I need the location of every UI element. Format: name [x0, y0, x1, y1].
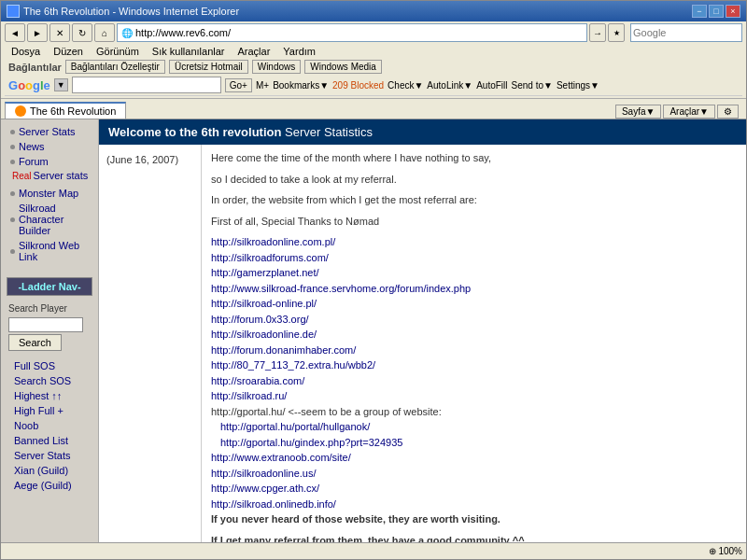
tab-label: The 6th Revolution	[30, 105, 116, 117]
link-windows-media[interactable]: Windows Media	[304, 60, 382, 74]
maximize-button[interactable]: □	[709, 5, 724, 18]
ref-link-16[interactable]: http://www.cpger.ath.cx/	[211, 481, 737, 497]
stop-button[interactable]: ✕	[49, 23, 70, 42]
google-extras: M+ Bookmarks▼ 209 Blocked Check▼ AutoLin…	[256, 80, 739, 91]
ref-link-13[interactable]: http://gportal.hu/gindex.php?prt=324935	[211, 435, 737, 451]
google-go-button[interactable]: Go+	[225, 78, 252, 92]
close-button[interactable]: ×	[726, 5, 740, 18]
tab-bar: The 6th Revolution Sayfa▼ Araçlar▼ ⚙	[1, 99, 746, 119]
menu-favorites[interactable]: Sık kullanılanlar	[149, 45, 228, 58]
sidebar-item-monster-map[interactable]: Monster Map	[1, 186, 98, 201]
sidebar-label-news: News	[19, 141, 45, 152]
google-blocked[interactable]: 209 Blocked	[332, 80, 384, 91]
toolbar-area: ◄ ► ✕ ↻ ⌂ 🌐 → ★ 🔍 Dosya Düzen Görünüm Sı…	[1, 21, 746, 99]
home-button[interactable]: ⌂	[94, 23, 115, 42]
footer-line2: If I get many referral from them, they h…	[211, 533, 737, 543]
google-autolink[interactable]: AutoLink▼	[427, 80, 472, 91]
favorites-star[interactable]: ★	[608, 23, 625, 42]
ref-link-7[interactable]: http://forum.donanimhaber.com/	[211, 343, 737, 358]
thanks-line: First of all, Special Thanks to Nømad	[211, 214, 737, 230]
refresh-button[interactable]: ↻	[72, 23, 92, 42]
sidebar-link-highfull[interactable]: High Full +	[1, 403, 98, 418]
ref-link-3[interactable]: http://www.silkroad-france.servhome.org/…	[211, 281, 737, 297]
tools-button[interactable]: Araçlar▼	[663, 105, 715, 119]
ref-link-8[interactable]: http://80_77_113_72.extra.hu/wbb2/	[211, 357, 737, 373]
google-sendto[interactable]: Send to▼	[512, 80, 553, 91]
menu-view[interactable]: Görünüm	[93, 45, 142, 58]
intro-line1: Here come the time of the month where I …	[211, 150, 737, 166]
google-settings[interactable]: Settings▼	[557, 80, 599, 91]
sidebar-link-noob[interactable]: Noob	[1, 418, 98, 433]
link-windows[interactable]: Windows	[252, 60, 302, 74]
sidebar-link-serverstats2[interactable]: Server Stats	[1, 448, 98, 463]
menu-bar: Dosya Düzen Görünüm Sık kullanılanlar Ar…	[5, 44, 742, 59]
ref-link-1[interactable]: http://silkroadforums.com/	[211, 250, 737, 266]
post-date: (June 16, 2007)	[106, 154, 178, 165]
google-dropdown[interactable]: ▼	[54, 78, 68, 91]
tab-6threvolution[interactable]: The 6th Revolution	[5, 102, 126, 119]
window-controls: − □ ×	[692, 5, 740, 18]
go-button[interactable]: →	[589, 23, 606, 42]
sidebar-link-aege[interactable]: Aege (Guild)	[1, 478, 98, 493]
ref-link-15[interactable]: http://silkroadonline.us/	[211, 466, 737, 482]
sidebar-link-highest[interactable]: Highest ↑↑	[1, 388, 98, 403]
ref-link-5[interactable]: http://forum.0x33.org/	[211, 312, 737, 328]
back-button[interactable]: ◄	[5, 23, 25, 42]
ref-link-11: http://gportal.hu/ <--seem to be a group…	[211, 404, 737, 420]
title-bar: The 6th Revolution - Windows Internet Ex…	[1, 1, 746, 21]
google-mail[interactable]: M+	[256, 80, 269, 91]
google-bookmarks[interactable]: Bookmarks▼	[273, 80, 329, 91]
search-box: 🔍	[630, 23, 742, 42]
ref-link-14[interactable]: http://www.extranoob.com/site/	[211, 450, 737, 466]
links-bar: Bağlantılar Bağlantıları Özelleştir Ücre…	[5, 59, 742, 75]
sidebar-search-label: Search Player	[1, 301, 98, 315]
sidebar-link-fullsos[interactable]: Full SOS	[1, 358, 98, 373]
menu-edit[interactable]: Düzen	[50, 45, 86, 58]
ref-link-12[interactable]: http://gportal.hu/portal/hullganok/	[211, 419, 737, 435]
ref-link-0[interactable]: http://silkroadonline.com.pl/	[211, 234, 737, 250]
sidebar-search-button[interactable]: Search	[8, 334, 62, 351]
link-hotmail[interactable]: Ücretsiz Hotmail	[169, 60, 248, 74]
search-input[interactable]	[633, 27, 747, 38]
intro-line2: so I decided to take a look at my referr…	[211, 172, 737, 188]
page-body: (June 16, 2007) Here come the time of th…	[99, 145, 746, 542]
menu-help[interactable]: Yardım	[280, 45, 318, 58]
sidebar-item-server-stats[interactable]: Server Stats	[1, 124, 98, 139]
nav-bar: ◄ ► ✕ ↻ ⌂ 🌐 → ★ 🔍	[5, 23, 742, 42]
ref-link-10[interactable]: http://silkroad.ru/	[211, 388, 737, 404]
dot-icon	[10, 191, 15, 196]
address-input[interactable]	[135, 27, 583, 38]
sidebar-item-character-builder[interactable]: Silkroad Character Builder	[1, 201, 98, 238]
google-search-input[interactable]	[72, 77, 221, 93]
dot-icon	[10, 160, 15, 164]
page-content: Welcome to the 6th revolution Server Sta…	[99, 119, 746, 542]
ref-link-9[interactable]: http://sroarabia.com/	[211, 373, 737, 389]
google-check[interactable]: Check▼	[388, 80, 423, 91]
dot-icon	[10, 145, 15, 149]
minimize-button[interactable]: −	[692, 5, 707, 18]
sidebar-label-server-stats: Server Stats	[19, 126, 76, 137]
gear-button[interactable]: ⚙	[717, 105, 739, 119]
sidebar-item-real[interactable]: Real Server stats	[1, 169, 98, 182]
sidebar-link-searchsos[interactable]: Search SOS	[1, 373, 98, 388]
ref-link-17[interactable]: http://silkroad.onlinedb.info/	[211, 497, 737, 512]
page-button[interactable]: Sayfa▼	[615, 105, 661, 119]
address-bar: 🌐	[117, 23, 587, 42]
ref-link-6[interactable]: http://silkroadonline.de/	[211, 327, 737, 343]
link-customize[interactable]: Bağlantıları Özelleştir	[65, 60, 165, 74]
ref-link-4[interactable]: http://silkroad-online.pl/	[211, 296, 737, 312]
menu-file[interactable]: Dosya	[8, 45, 43, 58]
google-autofill[interactable]: AutoFill	[476, 80, 507, 91]
sidebar-search-input[interactable]	[8, 317, 83, 332]
sidebar-link-bannedlist[interactable]: Banned List	[1, 433, 98, 448]
google-bar: Google ▼ Go+ M+ Bookmarks▼ 209 Blocked C…	[5, 75, 742, 96]
menu-tools[interactable]: Araçlar	[235, 45, 274, 58]
sidebar-item-web-link[interactable]: Silkrond Web Link	[1, 238, 98, 264]
sidebar-item-news[interactable]: News	[1, 139, 98, 154]
browser-icon	[7, 5, 20, 18]
content-area: Server Stats News Forum Real Server stat…	[1, 119, 746, 542]
sidebar-link-xian[interactable]: Xian (Guild)	[1, 463, 98, 478]
sidebar-item-forum[interactable]: Forum	[1, 154, 98, 169]
ref-link-2[interactable]: http://gamerzplanet.net/	[211, 265, 737, 281]
forward-button[interactable]: ►	[27, 23, 48, 42]
